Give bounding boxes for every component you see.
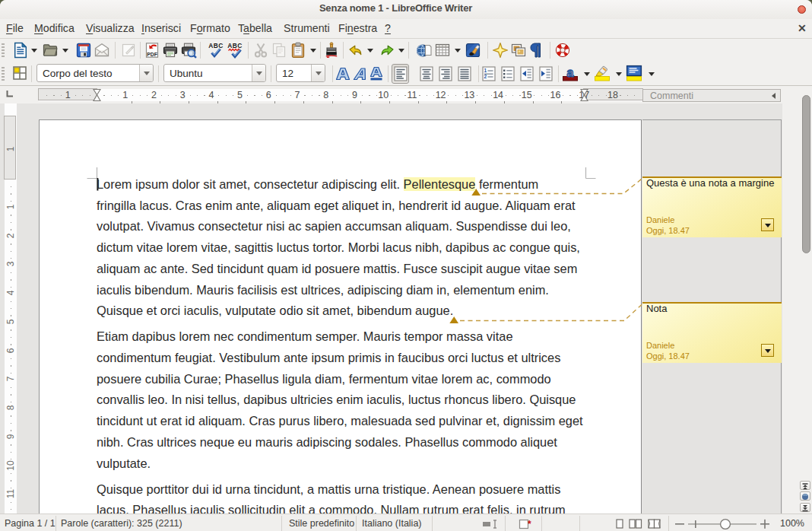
svg-text:1: 1 [484,68,487,73]
svg-text:PDF: PDF [147,52,157,57]
svg-text:ABC: ABC [227,42,242,49]
svg-text:*: * [528,519,531,529]
svg-text:a: a [567,66,574,79]
svg-text:2: 2 [484,74,487,79]
svg-text:ABC: ABC [208,42,223,49]
